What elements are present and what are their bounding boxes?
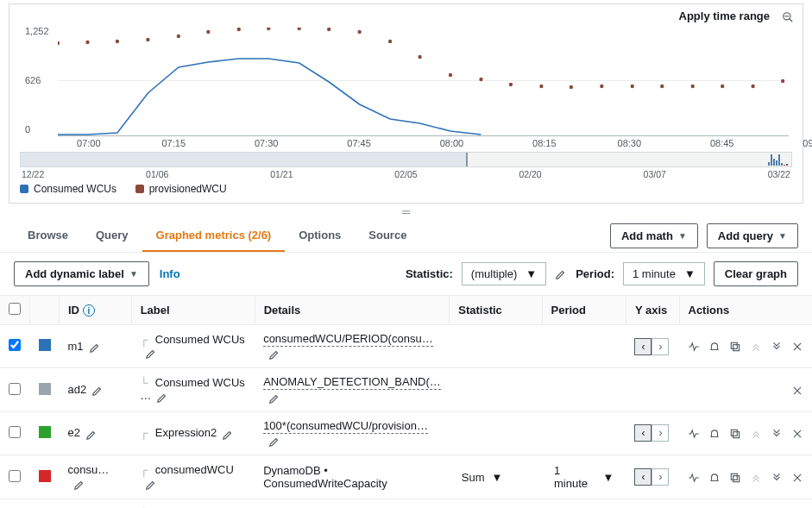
- col-period: Period: [542, 296, 626, 325]
- edit-details-icon[interactable]: [268, 391, 280, 405]
- edit-label-icon[interactable]: [145, 477, 157, 491]
- table-row: ad1└ consumedWCU (e…ANOMALY_DETECTION_BA…: [0, 499, 812, 508]
- y-axis-right-button[interactable]: ›: [651, 468, 669, 486]
- info-link[interactable]: Info: [160, 267, 180, 280]
- y-tick: 626: [25, 75, 41, 85]
- edit-statistic-icon[interactable]: [555, 267, 567, 281]
- y-axis-right-button[interactable]: ›: [651, 338, 669, 355]
- metric-id: ad2: [68, 383, 87, 396]
- nav-tick: 02/20: [519, 169, 541, 179]
- main-chart[interactable]: 1,252 626 0 07:00 07:15 07:30 07:45 08:0…: [20, 24, 792, 136]
- edit-details-icon[interactable]: [268, 348, 280, 361]
- legend-item[interactable]: provisionedWCU: [135, 183, 227, 195]
- svg-point-9: [237, 28, 241, 31]
- svg-rect-39: [731, 474, 737, 480]
- nav-tick: 03/22: [768, 169, 790, 179]
- row-checkbox[interactable]: [9, 426, 21, 438]
- nav-tick: 01/06: [146, 169, 168, 179]
- select-all-checkbox[interactable]: [9, 303, 21, 315]
- move-up-icon[interactable]: [750, 340, 762, 354]
- row-checkbox[interactable]: [9, 383, 21, 395]
- edit-label-icon[interactable]: [145, 347, 157, 361]
- x-tick: 08:15: [532, 138, 557, 148]
- remove-icon[interactable]: [791, 427, 803, 441]
- row-checkbox[interactable]: [9, 470, 21, 482]
- tab-options[interactable]: Options: [285, 220, 355, 252]
- move-down-icon[interactable]: [771, 470, 783, 484]
- move-up-icon[interactable]: [750, 427, 762, 441]
- edit-id-icon[interactable]: [73, 477, 85, 491]
- svg-rect-29: [731, 343, 737, 349]
- duplicate-icon[interactable]: [729, 470, 741, 484]
- metric-label: Consumed WCUs: [155, 333, 245, 346]
- row-checkbox[interactable]: [9, 339, 21, 351]
- svg-point-4: [85, 41, 89, 44]
- period-select[interactable]: 1 minute▼: [551, 462, 617, 492]
- svg-point-13: [357, 30, 361, 34]
- x-tick: 07:00: [77, 138, 101, 148]
- series-color-swatch[interactable]: [39, 470, 51, 482]
- time-navigator[interactable]: [20, 152, 792, 167]
- col-id: ID: [68, 304, 79, 317]
- statistic-select[interactable]: (multiple)▼: [462, 262, 546, 285]
- y-axis-left-button[interactable]: ‹: [634, 424, 651, 442]
- move-down-icon[interactable]: [771, 340, 783, 354]
- col-details: Details: [255, 296, 450, 325]
- legend-swatch: [20, 185, 28, 193]
- svg-point-25: [721, 85, 724, 88]
- series-color-swatch[interactable]: [39, 426, 51, 438]
- duplicate-icon[interactable]: [729, 427, 741, 441]
- nav-tick: 03/07: [644, 169, 666, 179]
- period-select[interactable]: 1 minute▼: [623, 262, 705, 285]
- add-query-button[interactable]: Add query▼: [707, 223, 798, 248]
- y-axis-left-button[interactable]: ‹: [634, 338, 651, 355]
- alarm-icon[interactable]: [708, 340, 721, 354]
- move-up-icon[interactable]: [750, 470, 762, 484]
- series-color-swatch[interactable]: [39, 383, 51, 395]
- remove-icon[interactable]: [791, 383, 803, 397]
- svg-point-14: [388, 40, 392, 43]
- edit-label-icon[interactable]: [156, 390, 168, 404]
- svg-point-11: [298, 28, 301, 30]
- edit-details-icon[interactable]: [268, 434, 280, 448]
- chevron-down-icon: ▼: [678, 231, 687, 241]
- alarm-icon[interactable]: [708, 427, 721, 441]
- chevron-down-icon: ▼: [129, 269, 138, 279]
- tab-browse[interactable]: Browse: [14, 220, 82, 252]
- apply-time-range-link[interactable]: Apply time range: [679, 9, 770, 22]
- legend-swatch: [135, 185, 144, 193]
- tab-query[interactable]: Query: [82, 220, 142, 252]
- y-axis-left-button[interactable]: ‹: [634, 468, 651, 486]
- zoom-out-icon[interactable]: [782, 9, 794, 23]
- remove-icon[interactable]: [791, 340, 803, 354]
- svg-point-22: [631, 85, 634, 88]
- edit-label-icon[interactable]: [222, 427, 234, 441]
- x-tick: 08:45: [710, 138, 734, 148]
- series-color-swatch[interactable]: [39, 339, 51, 351]
- x-tick: 07:30: [255, 138, 279, 148]
- anomaly-icon[interactable]: [688, 427, 700, 441]
- metric-details: consumedWCU/PERIOD(consu…: [263, 332, 433, 347]
- nav-tick: 12/22: [22, 169, 44, 179]
- anomaly-icon[interactable]: [688, 340, 700, 354]
- add-math-button[interactable]: Add math▼: [610, 223, 698, 248]
- statistic-select[interactable]: Sum▼: [458, 469, 507, 486]
- edit-id-icon[interactable]: [89, 340, 101, 354]
- info-icon[interactable]: i: [83, 304, 95, 317]
- move-down-icon[interactable]: [771, 427, 783, 441]
- tab-graphed-metrics[interactable]: Graphed metrics (2/6): [142, 220, 286, 252]
- legend-item[interactable]: Consumed WCUs: [20, 183, 116, 195]
- add-dynamic-label-button[interactable]: Add dynamic label▼: [14, 261, 149, 286]
- duplicate-icon[interactable]: [729, 340, 741, 354]
- x-tick: 08:00: [440, 138, 464, 148]
- alarm-icon[interactable]: [708, 470, 721, 484]
- edit-id-icon[interactable]: [91, 384, 104, 398]
- edit-id-icon[interactable]: [85, 427, 98, 441]
- resize-handle[interactable]: ═: [0, 204, 812, 220]
- clear-graph-button[interactable]: Clear graph: [714, 261, 798, 286]
- remove-icon[interactable]: [791, 470, 803, 484]
- y-axis-right-button[interactable]: ›: [651, 424, 669, 442]
- anomaly-icon[interactable]: [688, 470, 700, 484]
- tab-source[interactable]: Source: [355, 220, 420, 252]
- time-navigator-selection[interactable]: [21, 153, 468, 166]
